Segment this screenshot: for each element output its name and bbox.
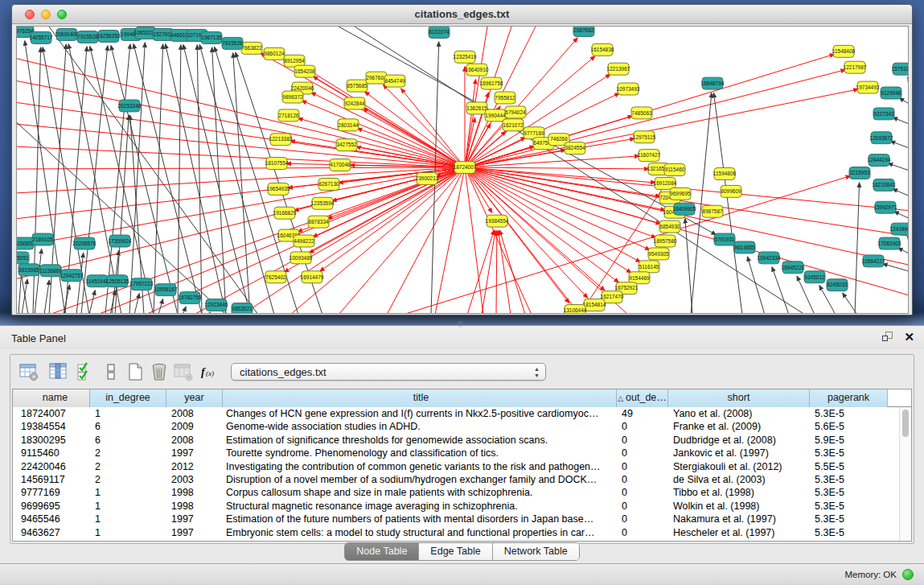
graph-node[interactable]: 1621072 bbox=[503, 119, 524, 131]
table-cell[interactable]: 9115460 bbox=[13, 447, 90, 459]
graph-node[interactable]: 11607427 bbox=[638, 150, 661, 162]
graph-node[interactable]: 9227343 bbox=[873, 108, 894, 120]
table-cell[interactable]: 6 bbox=[90, 420, 166, 433]
graph-node[interactable]: 23900213 bbox=[416, 172, 439, 184]
table-cell[interactable]: 1998 bbox=[166, 500, 223, 513]
graph-node[interactable]: 9242844 bbox=[344, 97, 365, 109]
table-cell[interactable]: 1998 bbox=[166, 486, 223, 499]
graph-node[interactable]: 16945220 bbox=[782, 262, 805, 274]
table-row[interactable]: 969969511998Structural magnetic resonanc… bbox=[13, 500, 899, 513]
table-cell[interactable]: Tibbo et al. (1998) bbox=[668, 486, 810, 499]
graph-node[interactable]: 9115460 bbox=[664, 164, 685, 176]
graph-node[interactable]: 1362615 bbox=[466, 102, 487, 114]
table-cell[interactable]: 1 bbox=[90, 486, 166, 499]
graph-node[interactable]: 2189105 bbox=[32, 233, 53, 245]
graph-node[interactable]: 9245012 bbox=[804, 271, 825, 283]
graph-node[interactable]: 16409905 bbox=[673, 203, 696, 215]
graph-node[interactable]: 16154838 bbox=[591, 43, 614, 56]
table-cell[interactable]: Hescheler et al. (1997) bbox=[668, 526, 810, 539]
table-row[interactable]: 2242004622012Investigating the contribut… bbox=[13, 460, 899, 473]
graph-node[interactable]: 10973493 bbox=[617, 83, 640, 95]
graph-node[interactable]: 8454749 bbox=[384, 75, 405, 87]
column-header-year[interactable]: year bbox=[166, 389, 223, 407]
column-visibility-icon[interactable] bbox=[47, 361, 68, 382]
trash-icon[interactable] bbox=[149, 361, 170, 382]
graph-node[interactable]: 14055717 bbox=[30, 31, 53, 43]
table-cell[interactable]: 5.5E-5 bbox=[810, 460, 888, 473]
select-all-icon[interactable] bbox=[75, 361, 96, 382]
graph-node[interactable]: 11156869 bbox=[39, 265, 62, 277]
table-cell[interactable]: 5.3E-5 bbox=[810, 447, 888, 459]
table-scrollbar[interactable] bbox=[899, 407, 911, 541]
graph-node[interactable]: 13106444 bbox=[564, 305, 587, 314]
graph-node[interactable]: 8245033 bbox=[827, 279, 848, 291]
table-cell[interactable]: 0 bbox=[617, 460, 668, 473]
graph-node[interactable]: 16210643 bbox=[873, 179, 896, 191]
graph-node[interactable]: 17061903 bbox=[878, 237, 901, 249]
table-cell[interactable]: Structural magnetic resonance image aver… bbox=[223, 500, 617, 513]
graph-node[interactable]: 9699695 bbox=[670, 187, 691, 200]
table-row[interactable]: 1830029562008Estimation of significance … bbox=[13, 434, 899, 447]
table-cell[interactable]: 0 bbox=[617, 513, 668, 525]
table-cell[interactable]: Dudbridge et al. (2008) bbox=[668, 434, 810, 447]
table-cell[interactable]: Nakamura et al. (1997) bbox=[668, 513, 810, 525]
graph-node[interactable]: 9853521 bbox=[232, 303, 253, 314]
table-cell[interactable]: Wolkin et al. (1998) bbox=[668, 500, 810, 513]
table-cell[interactable]: Estimation of significance thresholds fo… bbox=[223, 434, 617, 447]
graph-node[interactable]: 7625402 bbox=[265, 271, 286, 283]
table-cell[interactable]: 2 bbox=[90, 447, 166, 459]
table-cell[interactable]: 19384554 bbox=[13, 420, 90, 433]
function-icon[interactable]: f (x) bbox=[199, 361, 220, 382]
table-cell[interactable]: Investigating the contribution of common… bbox=[223, 460, 617, 473]
graph-node[interactable]: 15992971 bbox=[874, 201, 897, 213]
table-cell[interactable]: 9465546 bbox=[13, 513, 90, 525]
memory-status-indicator[interactable] bbox=[902, 569, 914, 580]
graph-node[interactable]: 7915528 bbox=[77, 31, 98, 43]
graph-node[interactable]: 12353594 bbox=[311, 197, 335, 209]
table-source-dropdown[interactable]: citations_edges.txt ▲▼ bbox=[231, 363, 546, 381]
graph-node[interactable]: 2803144 bbox=[338, 119, 359, 131]
new-document-icon[interactable] bbox=[125, 361, 146, 382]
graph-node[interactable]: 11594806 bbox=[713, 168, 737, 180]
graph-node[interactable]: 3427552 bbox=[336, 139, 357, 151]
graph-node[interactable]: 12975115 bbox=[633, 131, 656, 143]
table-cell[interactable]: 9699695 bbox=[13, 500, 90, 513]
table-cell[interactable]: 0 bbox=[617, 473, 668, 486]
graph-node[interactable]: 19734493 bbox=[856, 81, 880, 93]
table-cell[interactable]: 9463627 bbox=[13, 526, 90, 539]
graph-node[interactable]: 10942334 bbox=[758, 252, 781, 264]
graph-node[interactable]: 8575685 bbox=[347, 80, 368, 92]
tab-node-table[interactable]: Node Table bbox=[345, 543, 419, 560]
table-cell[interactable]: 2008 bbox=[166, 434, 223, 447]
graph-node[interactable]: 16648794 bbox=[701, 77, 725, 89]
table-cell[interactable]: 0 bbox=[617, 486, 668, 499]
graph-node[interactable]: 6791931 bbox=[714, 233, 735, 245]
table-cell[interactable]: 5.3E-5 bbox=[810, 513, 888, 525]
graph-node[interactable]: 8099609 bbox=[721, 185, 741, 197]
graph-node[interactable]: 10564227 bbox=[862, 255, 885, 267]
table-cell[interactable]: 2003 bbox=[166, 473, 223, 486]
graph-node[interactable]: 2087682 bbox=[573, 27, 594, 36]
graph-node[interactable]: 8131074 bbox=[429, 27, 450, 38]
graph-node[interactable]: 18957580 bbox=[654, 235, 677, 247]
graph-node[interactable]: 1967135 bbox=[201, 31, 222, 43]
graph-node[interactable]: 16640910 bbox=[466, 64, 489, 76]
graph-node[interactable]: 12942757 bbox=[60, 270, 84, 282]
table-cell[interactable]: 14569117 bbox=[13, 473, 90, 486]
graph-node[interactable]: 6794024 bbox=[505, 106, 526, 118]
table-cell[interactable]: 2 bbox=[90, 473, 166, 486]
graph-node[interactable]: 1990444 bbox=[485, 109, 506, 122]
graph-node[interactable]: 12923446 bbox=[205, 299, 228, 311]
graph-node[interactable]: 17359924 bbox=[109, 235, 132, 247]
graph-node[interactable]: 16782759 bbox=[179, 292, 202, 304]
graph-node[interactable]: 15751074 bbox=[892, 63, 909, 75]
table-cell[interactable]: 18724007 bbox=[13, 407, 90, 420]
graph-node[interactable]: 2967604 bbox=[366, 72, 387, 84]
graph-node[interactable]: 2718126 bbox=[278, 109, 299, 122]
column-header-title[interactable]: title bbox=[223, 389, 617, 407]
table-cell[interactable]: Disruption of a novel member of a sodium… bbox=[223, 473, 617, 486]
graph-node[interactable]: 12505135 bbox=[106, 275, 129, 287]
table-cell[interactable]: Tourette syndrome. Phenomenology and cla… bbox=[223, 447, 617, 459]
graph-node[interactable]: 12444194 bbox=[868, 154, 891, 167]
tab-network-table[interactable]: Network Table bbox=[493, 543, 579, 560]
